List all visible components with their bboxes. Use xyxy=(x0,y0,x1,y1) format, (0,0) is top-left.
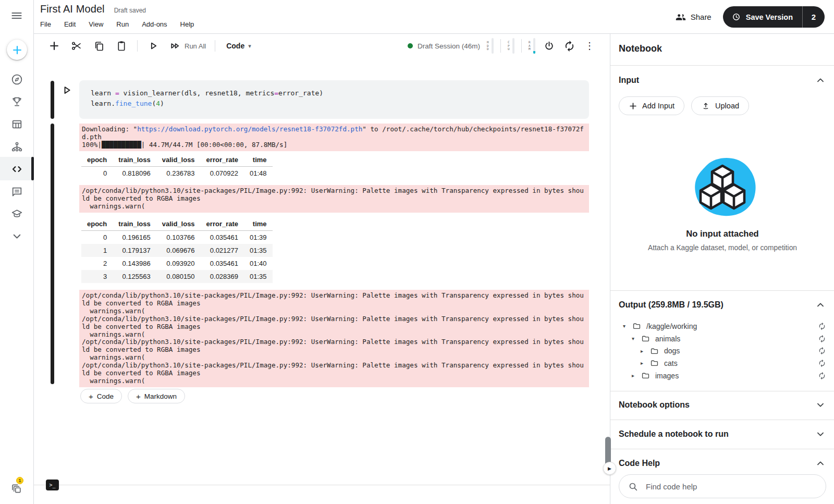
save-version-label: Save Version xyxy=(746,13,793,21)
tree-item-kaggle-working[interactable]: ▾ /kaggle/working xyxy=(610,320,834,333)
save-version-button[interactable]: Save Version xyxy=(723,6,802,28)
refresh-icon[interactable] xyxy=(818,359,826,367)
add-cell-button[interactable] xyxy=(47,39,61,53)
input-section-header[interactable]: Input xyxy=(610,71,834,90)
refresh-icon[interactable] xyxy=(818,335,826,343)
code-help-search-input[interactable] xyxy=(646,482,817,491)
tree-item-label: dogs xyxy=(664,347,680,355)
sidebar-item-learn[interactable] xyxy=(10,207,24,221)
plus-icon xyxy=(11,44,23,56)
menu-addons[interactable]: Add-ons xyxy=(142,20,167,29)
table-row: 10.1791370.0696760.02127701:35 xyxy=(81,244,273,257)
sidebar-item-code[interactable] xyxy=(10,163,24,176)
chevron-up-icon[interactable] xyxy=(815,299,826,311)
refresh-icon[interactable] xyxy=(818,347,826,355)
code-brackets-icon xyxy=(10,163,23,176)
table-row: 30.1255630.0801500.02836901:35 xyxy=(81,270,273,283)
tree-item-images[interactable]: ▸ images xyxy=(610,370,834,382)
paste-cell-button[interactable] xyxy=(115,39,128,53)
code-help-header[interactable]: Code Help xyxy=(610,454,834,473)
output-cell-indicator-bar[interactable] xyxy=(51,124,54,384)
sidebar-item-competitions[interactable] xyxy=(10,95,24,109)
refresh-icon[interactable] xyxy=(818,372,826,380)
add-code-cell-button[interactable]: + Code xyxy=(80,389,122,403)
chevron-down-icon[interactable] xyxy=(815,428,826,440)
code-cell-indicator-bar[interactable] xyxy=(51,81,54,119)
upload-label: Upload xyxy=(715,102,739,110)
tree-item-cats[interactable]: ▸ cats xyxy=(610,357,834,370)
input-section-title: Input xyxy=(619,76,639,85)
download-url-link[interactable]: https://download.pytorch.org/models/resn… xyxy=(137,125,362,133)
schedule-section-header[interactable]: Schedule a notebook to run xyxy=(610,425,834,444)
console-terminal-button[interactable]: >_ xyxy=(46,480,59,490)
notebook-options-header[interactable]: Notebook options xyxy=(610,396,834,414)
caret-right-icon[interactable]: ▸ xyxy=(641,348,648,354)
window-stack-button[interactable] xyxy=(10,483,24,496)
add-markdown-label: Markdown xyxy=(144,392,177,400)
sidebar-item-datasets[interactable] xyxy=(10,118,24,131)
menu-run[interactable]: Run xyxy=(116,20,129,29)
notebook-side-panel: Notebook Input Add Input Upload xyxy=(610,34,834,504)
cpu-meter[interactable]: CPU xyxy=(508,38,514,54)
restart-session-button[interactable] xyxy=(562,39,576,53)
hdd-meter-bar xyxy=(492,38,494,54)
play-icon xyxy=(147,40,160,52)
sidebar-item-models[interactable] xyxy=(10,140,24,154)
graduation-cap-icon xyxy=(10,207,23,220)
add-input-button[interactable]: Add Input xyxy=(619,96,684,115)
page-title[interactable]: First AI Model xyxy=(40,3,105,15)
menu-help[interactable]: Help xyxy=(180,20,194,29)
menu-view[interactable]: View xyxy=(89,20,103,29)
session-status[interactable]: Draft Session (46m) xyxy=(408,42,480,50)
caret-down-icon[interactable]: ▾ xyxy=(632,336,640,341)
save-version-button-group: Save Version 2 xyxy=(723,6,825,28)
create-button[interactable] xyxy=(7,40,27,60)
menu-edit[interactable]: Edit xyxy=(64,20,76,29)
ram-meter[interactable]: RAM xyxy=(529,38,535,54)
sidebar-item-discussions[interactable] xyxy=(10,185,24,199)
folder-icon xyxy=(641,371,651,380)
chevron-up-icon[interactable] xyxy=(815,458,826,469)
refresh-icon[interactable] xyxy=(818,322,826,330)
share-button[interactable]: Share xyxy=(676,12,712,22)
tree-item-label: cats xyxy=(664,359,678,367)
col-valid-loss: valid_loss xyxy=(156,153,201,167)
sidebar-more-button[interactable] xyxy=(10,230,24,243)
tree-item-dogs[interactable]: ▸ dogs xyxy=(610,345,834,357)
chevron-up-icon[interactable] xyxy=(815,75,826,86)
cell-type-dropdown[interactable]: Code ▾ xyxy=(226,42,251,50)
tree-item-animals[interactable]: ▾ animals xyxy=(610,333,834,345)
version-count-button[interactable]: 2 xyxy=(803,6,825,28)
cell-type-label: Code xyxy=(226,42,244,50)
cut-cell-button[interactable] xyxy=(70,39,83,53)
meter-divider xyxy=(500,39,501,53)
run-cell-button[interactable] xyxy=(146,39,160,53)
caret-right-icon[interactable]: ▸ xyxy=(632,373,640,378)
upload-button[interactable]: Upload xyxy=(691,96,749,115)
code-help-searchbox[interactable] xyxy=(619,474,826,498)
panel-collapse-toggle[interactable]: ▶ xyxy=(603,462,616,475)
copy-cell-button[interactable] xyxy=(92,39,106,53)
run-this-cell-button[interactable] xyxy=(60,83,73,97)
hamburger-menu-button[interactable] xyxy=(10,9,24,23)
chevron-down-icon[interactable] xyxy=(815,399,826,411)
scissors-icon xyxy=(70,40,83,52)
caret-right-icon[interactable]: ▸ xyxy=(641,360,648,366)
hdd-meter[interactable]: HDD xyxy=(487,38,494,54)
hdd-meter-label: HDD xyxy=(487,41,490,51)
stop-session-button[interactable] xyxy=(542,39,556,53)
add-markdown-cell-button[interactable]: + Markdown xyxy=(128,389,185,403)
more-options-button[interactable]: ⋮ xyxy=(583,39,596,53)
folder-icon xyxy=(632,321,642,331)
fast-forward-icon xyxy=(169,40,181,52)
col-train-loss: train_loss xyxy=(113,153,156,167)
caret-down-icon[interactable]: ▾ xyxy=(623,323,631,329)
code-cell-editor[interactable]: learn = vision_learner(dls, resnet18, me… xyxy=(79,80,589,119)
menu-file[interactable]: File xyxy=(40,20,51,29)
output-section-header[interactable]: Output (259.8MB / 19.5GB) xyxy=(610,296,834,314)
run-all-button[interactable]: Run All xyxy=(169,40,206,52)
sidebar-item-home[interactable] xyxy=(10,73,24,87)
col-error-rate: error_rate xyxy=(201,153,244,167)
plus-icon: + xyxy=(136,392,141,401)
search-icon xyxy=(628,481,639,492)
